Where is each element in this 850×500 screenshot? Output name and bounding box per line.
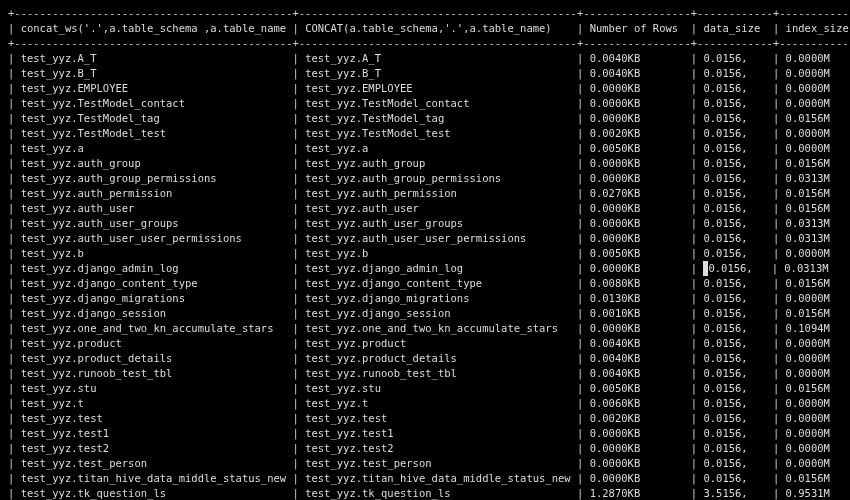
table-row: | test_yyz.TestModel_tag | test_yyz.Test… [8,111,842,126]
cell-c1: test_yyz.t [305,396,571,411]
cell-c2: 0.0000KB [590,171,685,186]
cell-c3: 0.0156, [703,126,766,141]
table-row: | test_yyz.auth_user_user_permissions | … [8,231,842,246]
cell-c0: test_yyz.product [21,336,287,351]
cell-c4: 0.0000M [786,351,850,366]
cell-c4: 0.0000M [786,411,850,426]
cell-c2: 0.0130KB [590,291,685,306]
cell-c1: test_yyz.runoob_test_tbl [305,366,571,381]
separator-mid: +---------------------------------------… [8,36,842,51]
col-header-c2: Number of Rows [590,21,685,36]
cell-c2: 0.0040KB [590,351,685,366]
col-header-c0: concat_ws('.',a.table_schema ,a.table_na… [21,21,287,36]
cell-c2: 0.0000KB [590,456,685,471]
cell-c4: 0.0000M [786,96,850,111]
cell-c0: test_yyz.B_T [21,66,287,81]
table-row: | test_yyz.auth_user | test_yyz.auth_use… [8,201,842,216]
cell-c2: 0.0000KB [590,231,685,246]
cell-c2: 0.0000KB [590,426,685,441]
cell-c2: 0.0050KB [590,141,685,156]
cell-c2: 0.0270KB [590,186,685,201]
cell-c2: 0.0000KB [590,321,685,336]
cell-c2: 0.0000KB [590,111,685,126]
cell-c0: test_yyz.runoob_test_tbl [21,366,287,381]
cell-c3: 0.0156, [703,456,766,471]
separator-top: +---------------------------------------… [8,6,842,21]
cell-c1: test_yyz.auth_user_user_permissions [305,231,571,246]
cell-c0: test_yyz.test2 [21,441,287,456]
cell-c3: 0.0156, [703,171,766,186]
col-header-c3: data_size [703,21,766,36]
cell-c4: 0.0000M [786,51,850,66]
cell-c0: test_yyz.TestModel_test [21,126,287,141]
cell-c4: 0.0156M [786,156,850,171]
cell-c1: test_yyz.B_T [305,66,571,81]
cell-c0: test_yyz.TestModel_contact [21,96,287,111]
cell-c0: test_yyz.auth_user [21,201,287,216]
cell-c2: 0.0040KB [590,366,685,381]
cell-c4: 0.0000M [786,366,850,381]
cell-c2: 0.0060KB [590,396,685,411]
table-row: | test_yyz.b | test_yyz.b | 0.0050KB | 0… [8,246,842,261]
table-row: | test_yyz.one_and_two_kn_accumulate_sta… [8,321,842,336]
cell-c1: test_yyz.test [305,411,571,426]
table-row: | test_yyz.TestModel_contact | test_yyz.… [8,96,842,111]
table-row: | test_yyz.test | test_yyz.test | 0.0020… [8,411,842,426]
cell-c4: 0.0156M [786,111,850,126]
cell-c0: test_yyz.EMPLOYEE [21,81,287,96]
cell-c2: 0.0040KB [590,336,685,351]
cell-c4: 0.0156M [786,276,850,291]
table-row: | test_yyz.A_T | test_yyz.A_T | 0.0040KB… [8,51,842,66]
cell-c1: test_yyz.a [305,141,571,156]
table-row: | test_yyz.EMPLOYEE | test_yyz.EMPLOYEE … [8,81,842,96]
cell-c2: 0.0000KB [590,216,685,231]
cell-c3: 0.0156, [703,231,766,246]
table-row: | test_yyz.auth_permission | test_yyz.au… [8,186,842,201]
header-row: | concat_ws('.',a.table_schema ,a.table_… [8,21,842,36]
cell-c2: 0.0040KB [590,66,685,81]
table-row: | test_yyz.test_person | test_yyz.test_p… [8,456,842,471]
cell-c2: 0.0040KB [590,51,685,66]
table-row: | test_yyz.tk_question_ls | test_yyz.tk_… [8,486,842,500]
cell-c4: 0.0000M [786,291,850,306]
cell-c2: 0.0000KB [590,441,685,456]
cell-c0: test_yyz.A_T [21,51,287,66]
table-row: | test_yyz.auth_group_permissions | test… [8,171,842,186]
table-row: | test_yyz.stu | test_yyz.stu | 0.0050KB… [8,381,842,396]
cell-c0: test_yyz.b [21,246,287,261]
cell-c4: 0.0156M [786,186,850,201]
cell-c0: test_yyz.auth_group [21,156,287,171]
cell-c2: 1.2870KB [590,486,685,500]
cell-c0: test_yyz.test1 [21,426,287,441]
cell-c1: test_yyz.titan_hive_data_middle_status_n… [305,471,571,486]
cell-c1: test_yyz.django_content_type [305,276,571,291]
cell-c3: 0.0156, [703,96,766,111]
cell-c1: test_yyz.test2 [305,441,571,456]
table-row: | test_yyz.TestModel_test | test_yyz.Tes… [8,126,842,141]
cell-c3: 0.0156, [703,381,766,396]
cell-c3: 0.0156, [703,51,766,66]
cell-c2: 0.0000KB [590,471,685,486]
table-row: | test_yyz.test2 | test_yyz.test2 | 0.00… [8,441,842,456]
cell-c0: test_yyz.auth_user_user_permissions [21,231,287,246]
table-row: | test_yyz.t | test_yyz.t | 0.0060KB | 0… [8,396,842,411]
table-row: | test_yyz.auth_user_groups | test_yyz.a… [8,216,842,231]
cell-c3: 0.0156, [703,81,766,96]
cell-c3: 0.0156, [708,261,765,276]
cell-c4: 0.0000M [786,81,850,96]
cell-c3: 0.0156, [703,141,766,156]
col-header-c4: index_size [786,21,850,36]
cell-c3: 0.0156, [703,336,766,351]
cell-c0: test_yyz.stu [21,381,287,396]
cell-c3: 0.0156, [703,366,766,381]
cell-c3: 0.0156, [703,396,766,411]
cell-c0: test_yyz.TestModel_tag [21,111,287,126]
cell-c0: test_yyz.django_content_type [21,276,287,291]
cell-c4: 0.0000M [786,456,850,471]
cell-c0: test_yyz.test [21,411,287,426]
cell-c3: 0.0156, [703,156,766,171]
cell-c3: 0.0156, [703,426,766,441]
cell-c3: 0.0156, [703,186,766,201]
table-row: | test_yyz.auth_group | test_yyz.auth_gr… [8,156,842,171]
table-row: | test_yyz.product | test_yyz.product | … [8,336,842,351]
